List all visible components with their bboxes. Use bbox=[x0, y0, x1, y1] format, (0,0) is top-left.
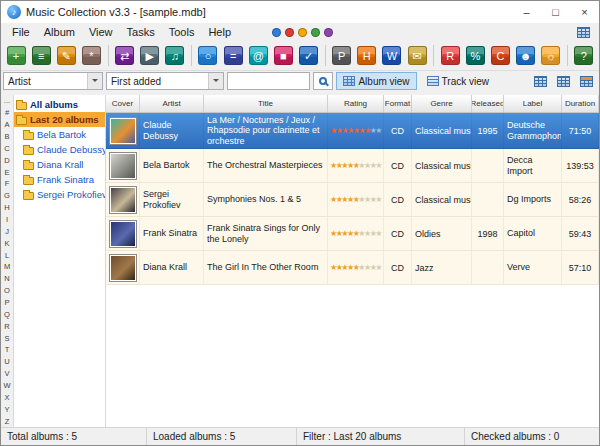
rating-stars[interactable]: ★★★★★★★★★ bbox=[328, 183, 384, 216]
alphabet-letter[interactable]: M bbox=[1, 261, 13, 273]
minimize-button[interactable]: – bbox=[512, 1, 541, 23]
alphabet-letter[interactable]: W bbox=[1, 380, 13, 392]
tree-item-sergei-prokofiev[interactable]: Sergei Prokofiev bbox=[14, 187, 105, 202]
album-row-claude-debussy[interactable]: Claude Debussy La Mer / Nocturnes / Jeux… bbox=[106, 113, 599, 149]
menu-tools[interactable]: Tools bbox=[162, 23, 202, 41]
alphabet-letter[interactable]: Y bbox=[1, 403, 13, 415]
export-word-button[interactable]: W bbox=[380, 43, 404, 69]
send-email-button[interactable]: ✉ bbox=[405, 43, 429, 69]
alphabet-letter[interactable]: J bbox=[1, 225, 13, 237]
preferences-button[interactable]: ☼ bbox=[539, 43, 563, 69]
album-row-bela-bartok[interactable]: Bela Bartok The Orchestral Masterpieces … bbox=[106, 149, 599, 183]
loan-manager-button[interactable]: ⇄ bbox=[113, 43, 137, 69]
column-header-rating[interactable]: Rating bbox=[328, 95, 384, 112]
alphabet-letter[interactable]: Z bbox=[1, 415, 13, 427]
alphabet-letter[interactable]: ... bbox=[1, 95, 13, 107]
rating-stars[interactable]: ★★★★★★★★★ bbox=[328, 113, 384, 148]
close-button[interactable]: × bbox=[570, 1, 599, 23]
search-mode-selector[interactable]: First added bbox=[106, 72, 224, 90]
alphabet-letter[interactable]: N bbox=[1, 273, 13, 285]
rating-stars[interactable]: ★★★★★★★★★ bbox=[328, 251, 384, 284]
tree-item-claude-debussy[interactable]: Claude Debussy bbox=[14, 142, 105, 157]
column-header-duration[interactable]: Duration bbox=[562, 95, 599, 112]
column-header-cover[interactable]: Cover bbox=[106, 95, 140, 112]
alphabet-letter[interactable]: D bbox=[1, 154, 13, 166]
tree-item-last-20-albums[interactable]: Last 20 albums bbox=[14, 112, 105, 127]
alphabet-letter[interactable]: # bbox=[1, 107, 13, 119]
alphabet-letter[interactable]: T bbox=[1, 344, 13, 356]
alphabet-letter[interactable]: Q bbox=[1, 308, 13, 320]
tree-item-bela-bartok[interactable]: Bela Bartok bbox=[14, 127, 105, 142]
add-albums-from-disc-button[interactable]: ≡ bbox=[29, 43, 53, 69]
table-view-button[interactable] bbox=[576, 72, 596, 90]
column-header-artist[interactable]: Artist bbox=[140, 95, 204, 112]
help-button[interactable]: ? bbox=[572, 43, 596, 69]
column-header-label[interactable]: Label bbox=[504, 95, 562, 112]
thumbnails-view-button[interactable] bbox=[530, 72, 550, 90]
search-button[interactable] bbox=[313, 72, 333, 90]
menu-album[interactable]: Album bbox=[37, 23, 82, 41]
alphabet-letter[interactable]: F bbox=[1, 178, 13, 190]
album-row-sergei-prokofiev[interactable]: Sergei Prokofiev Symphonies Nos. 1 & 5 ★… bbox=[106, 183, 599, 217]
flag-red-icon[interactable] bbox=[285, 28, 294, 37]
flag-yellow-icon[interactable] bbox=[298, 28, 307, 37]
contacts-button[interactable]: ☻ bbox=[514, 43, 538, 69]
batch-update-button[interactable]: * bbox=[79, 43, 103, 69]
check-albums-button[interactable]: ✓ bbox=[296, 43, 320, 69]
statistics-button[interactable]: % bbox=[463, 43, 487, 69]
search-button[interactable]: ○ bbox=[196, 43, 220, 69]
internet-lookup-button[interactable]: @ bbox=[246, 43, 270, 69]
rating-stars[interactable]: ★★★★★★★★★ bbox=[328, 217, 384, 250]
group-field-selector[interactable]: Artist bbox=[3, 72, 103, 90]
edit-album-button[interactable]: ✎ bbox=[54, 43, 78, 69]
flag-purple-icon[interactable] bbox=[324, 28, 333, 37]
tree-item-all-albums[interactable]: All albums bbox=[14, 97, 105, 112]
cd-player-button[interactable]: ▶ bbox=[138, 43, 162, 69]
html-export-button[interactable]: H bbox=[355, 43, 379, 69]
alphabet-letter[interactable]: I bbox=[1, 214, 13, 226]
alphabet-letter[interactable]: G bbox=[1, 190, 13, 202]
column-header-released[interactable]: Released bbox=[472, 95, 504, 112]
flag-green-icon[interactable] bbox=[311, 28, 320, 37]
alphabet-letter[interactable]: B bbox=[1, 131, 13, 143]
flag-blue-icon[interactable] bbox=[272, 28, 281, 37]
alphabet-letter[interactable]: C bbox=[1, 142, 13, 154]
alphabet-letter[interactable]: V bbox=[1, 368, 13, 380]
alphabet-letter[interactable]: P bbox=[1, 297, 13, 309]
album-row-diana-krall[interactable]: Diana Krall The Girl In The Other Room ★… bbox=[106, 251, 599, 285]
alphabet-letter[interactable]: O bbox=[1, 285, 13, 297]
new-album-button[interactable]: + bbox=[4, 43, 28, 69]
rating-stars[interactable]: ★★★★★★★★★ bbox=[328, 149, 384, 182]
covers-browser-button[interactable]: ■ bbox=[271, 43, 295, 69]
tree-item-frank-sinatra[interactable]: Frank Sinatra bbox=[14, 172, 105, 187]
tree-item-diana-krall[interactable]: Diana Krall bbox=[14, 157, 105, 172]
menu-file[interactable]: File bbox=[5, 23, 37, 41]
alphabet-letter[interactable]: K bbox=[1, 237, 13, 249]
column-header-title[interactable]: Title bbox=[204, 95, 328, 112]
alphabet-letter[interactable]: L bbox=[1, 249, 13, 261]
search-input[interactable] bbox=[227, 72, 310, 90]
advanced-search-button[interactable]: = bbox=[221, 43, 245, 69]
column-header-format[interactable]: Format bbox=[384, 95, 412, 112]
album-row-frank-sinatra[interactable]: Frank Sinatra Frank Sinatra Sings for On… bbox=[106, 217, 599, 251]
column-header-genre[interactable]: Genre bbox=[412, 95, 472, 112]
reports-button[interactable]: R bbox=[438, 43, 462, 69]
alphabet-letter[interactable]: X bbox=[1, 391, 13, 403]
list-view-button[interactable] bbox=[553, 72, 573, 90]
alphabet-letter[interactable]: R bbox=[1, 320, 13, 332]
alphabet-letter[interactable]: U bbox=[1, 356, 13, 368]
alphabet-letter[interactable]: H bbox=[1, 202, 13, 214]
track-view-button[interactable]: Track view bbox=[420, 72, 496, 90]
menu-view[interactable]: View bbox=[82, 23, 120, 41]
alphabet-letter[interactable]: A bbox=[1, 119, 13, 131]
album-view-button[interactable]: Album view bbox=[336, 72, 416, 90]
menu-help[interactable]: Help bbox=[201, 23, 238, 41]
alphabet-letter[interactable]: E bbox=[1, 166, 13, 178]
menu-tasks[interactable]: Tasks bbox=[120, 23, 162, 41]
alphabet-letter[interactable]: S bbox=[1, 332, 13, 344]
print-button[interactable]: P bbox=[330, 43, 354, 69]
maximize-button[interactable]: □ bbox=[541, 1, 570, 23]
layout-grid-icon[interactable] bbox=[577, 27, 590, 38]
loan-calendar-button[interactable]: C bbox=[488, 43, 512, 69]
music-player-button[interactable]: ♫ bbox=[163, 43, 187, 69]
